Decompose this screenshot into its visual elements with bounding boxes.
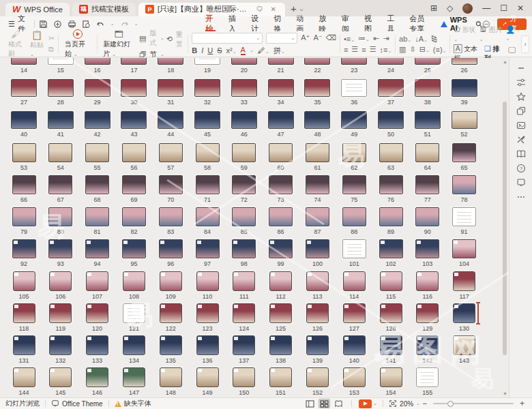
material-library-icon[interactable] xyxy=(516,106,527,116)
slide-thumbnail-100[interactable]: 100 xyxy=(299,239,336,267)
highlight-button[interactable]: 🖉⌄ xyxy=(258,46,269,55)
slide-thumbnail-134[interactable]: 134 xyxy=(115,335,152,364)
slide-thumbnail-51[interactable]: 51 xyxy=(409,111,446,138)
slide-thumbnail-114[interactable]: 114 xyxy=(336,271,372,300)
slide-thumbnail-87[interactable]: 87 xyxy=(299,207,336,235)
slide-thumbnail-109[interactable]: 109 xyxy=(152,271,189,300)
image-tools-icon[interactable] xyxy=(516,121,527,130)
slide-thumbnail-64[interactable]: 64 xyxy=(409,143,446,171)
slide-thumbnail-22[interactable]: 22 xyxy=(299,58,336,74)
slide-thumbnail-107[interactable]: 107 xyxy=(79,271,116,300)
slide-thumbnail-129[interactable]: 129 xyxy=(409,303,446,332)
slide-thumbnail-125[interactable]: 125 xyxy=(263,303,299,332)
new-slide-button[interactable]: 🗔 新建幻灯片 ⌄ xyxy=(100,30,137,59)
superscript-button[interactable]: x²⌄ xyxy=(226,46,237,55)
slide-thumbnail-54[interactable]: 54 xyxy=(42,143,79,171)
slide-thumbnail-45[interactable]: 45 xyxy=(189,111,226,138)
slide-thumbnail-113[interactable]: 113 xyxy=(299,271,336,300)
slide-thumbnail-63[interactable]: 63 xyxy=(372,143,409,171)
slide-thumbnail-122[interactable]: 122 xyxy=(152,303,189,332)
ribbon-expand-chevron[interactable]: › xyxy=(521,35,529,53)
copy-icon[interactable]: ⧉ xyxy=(48,45,55,54)
undo-icon[interactable] xyxy=(96,20,105,29)
print-icon[interactable] xyxy=(68,20,76,29)
slide-thumbnail-150[interactable]: 150 xyxy=(226,367,263,396)
menu-tab-开始[interactable]: 开始 xyxy=(200,16,221,31)
slide-thumbnail-97[interactable]: 97 xyxy=(189,239,226,267)
layout-button[interactable]: ▤版式⌄ xyxy=(139,29,164,48)
slide-thumbnail-137[interactable]: 137 xyxy=(226,335,263,364)
slide-thumbnail-154[interactable]: 154 xyxy=(372,367,409,396)
strikethrough-button[interactable]: S xyxy=(217,46,222,55)
slide-thumbnail-80[interactable]: 80 xyxy=(42,207,79,235)
slide-thumbnail-60[interactable]: 60 xyxy=(263,143,299,171)
favorites-star-icon[interactable] xyxy=(516,92,527,102)
slide-thumbnail-138[interactable]: 138 xyxy=(263,335,299,364)
slide-thumbnail-65[interactable]: 65 xyxy=(446,143,483,171)
cut-icon[interactable]: ✂ xyxy=(48,34,55,43)
slide-thumbnail-77[interactable]: 77 xyxy=(409,175,446,203)
slide-thumbnail-94[interactable]: 94 xyxy=(79,239,116,267)
line-spacing-icon[interactable]: ↕≡⌄ xyxy=(380,46,392,54)
align-right-icon[interactable]: ≡ xyxy=(361,46,366,54)
slide-thumbnail-85[interactable]: 85 xyxy=(226,207,263,235)
slide-thumbnail-149[interactable]: 149 xyxy=(189,367,226,396)
slide-thumbnail-84[interactable]: 84 xyxy=(189,207,226,235)
print-preview-icon[interactable] xyxy=(82,20,91,29)
para-spacing-icon[interactable]: ⇳ xyxy=(410,45,416,54)
slide-thumbnail-35[interactable]: 35 xyxy=(299,79,336,106)
reset-button[interactable]: ⟲重置 xyxy=(166,30,185,49)
close-tab-icon[interactable]: ✕ xyxy=(269,5,278,13)
slide-thumbnail-50[interactable]: 50 xyxy=(372,111,409,138)
slide-thumbnail-49[interactable]: 49 xyxy=(336,111,372,138)
slide-thumbnail-38[interactable]: 38 xyxy=(409,79,446,106)
slide-thumbnail-123[interactable]: 123 xyxy=(189,303,226,332)
slide-thumbnail-153[interactable]: 153 xyxy=(336,367,372,396)
minimize-button[interactable]: — xyxy=(482,3,490,13)
slide-thumbnail-140[interactable]: 140 xyxy=(336,335,372,364)
insert-person-button[interactable]: 👤⌄ xyxy=(506,25,518,42)
decrease-indent-icon[interactable]: ⇤ xyxy=(373,34,379,43)
slide-thumbnail-21[interactable]: 21 xyxy=(263,58,299,74)
slide-thumbnail-19[interactable]: 19 xyxy=(189,58,226,74)
slide-thumbnail-118[interactable]: 118 xyxy=(5,303,42,332)
slide-thumbnail-29[interactable]: 29 xyxy=(79,79,116,106)
slide-thumbnail-17[interactable]: 17 xyxy=(115,58,152,74)
slide-thumbnail-117[interactable]: 117 xyxy=(446,271,483,300)
menu-tab-审阅[interactable]: 审阅 xyxy=(336,16,357,31)
collapse-pane-icon[interactable] xyxy=(516,63,527,73)
tab-docer-template[interactable]: 稿 找稿宝模板 xyxy=(72,3,136,16)
slide-thumbnail-136[interactable]: 136 xyxy=(189,335,226,364)
slide-thumbnail-59[interactable]: 59 xyxy=(226,143,263,171)
menu-tab-插入[interactable]: 插入 xyxy=(222,16,243,31)
paragraph-dialog-icon[interactable]: (≡)⌄ xyxy=(433,46,447,54)
text-orientation-icon[interactable]: ↓A⌄ xyxy=(415,35,428,43)
clear-format-icon[interactable]: ⌫ xyxy=(326,33,337,42)
slide-thumbnail-25[interactable]: 25 xyxy=(409,58,446,74)
quickbar-chevron-icon[interactable]: ⌄ xyxy=(134,21,138,27)
increase-indent-icon[interactable]: ⇥ xyxy=(383,34,389,43)
slide-thumbnail-90[interactable]: 90 xyxy=(409,207,446,235)
slide-thumbnail-46[interactable]: 46 xyxy=(226,111,263,138)
slide-thumbnail-78[interactable]: 78 xyxy=(446,175,483,203)
comment-bubble-icon[interactable]: 🗨 xyxy=(254,5,265,13)
slide-thumbnail-146[interactable]: 146 xyxy=(79,367,116,396)
more-options-icon[interactable] xyxy=(516,192,527,202)
align-center-icon[interactable]: ☰ xyxy=(351,45,358,54)
slide-thumbnail-141[interactable]: 141 xyxy=(372,335,409,364)
slide-thumbnail-40[interactable]: 40 xyxy=(5,111,42,138)
slide-thumbnail-112[interactable]: 112 xyxy=(263,271,299,300)
toolbox-icon[interactable] xyxy=(516,135,527,145)
zoom-level-label[interactable]: 20% xyxy=(400,400,413,408)
slide-thumbnail-16[interactable]: 16 xyxy=(79,58,116,74)
format-painter-button[interactable]: 🖌 格式刷 xyxy=(5,30,25,59)
menu-tab-视图[interactable]: 视图 xyxy=(358,16,379,31)
slide-thumbnail-88[interactable]: 88 xyxy=(336,207,372,235)
slide-thumbnail-28[interactable]: 28 xyxy=(42,79,79,106)
user-avatar[interactable] xyxy=(462,3,473,14)
distribute-icon[interactable]: ⊟⌄ xyxy=(419,45,430,54)
decrease-font-icon[interactable]: A⁻ xyxy=(313,33,322,42)
slide-thumbnail-79[interactable]: 79 xyxy=(5,207,42,235)
zoom-slider[interactable] xyxy=(433,403,514,404)
slide-thumbnail-74[interactable]: 74 xyxy=(299,175,336,203)
